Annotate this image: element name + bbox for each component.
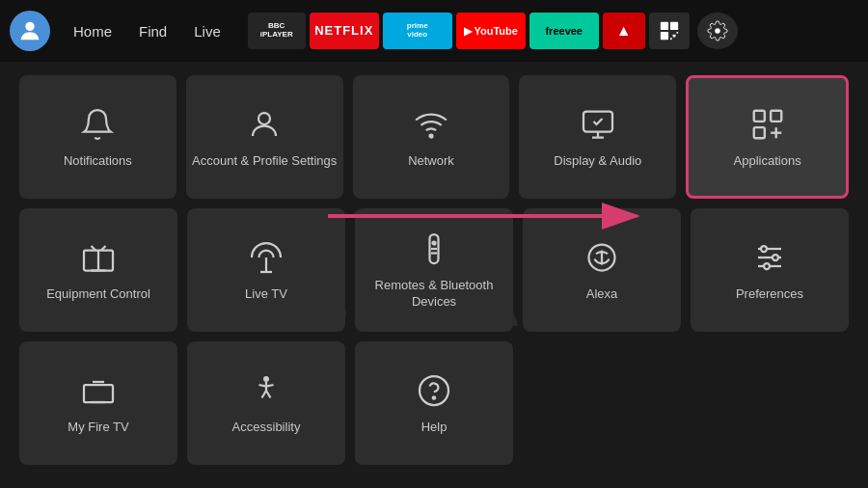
sliders-icon <box>750 238 789 277</box>
grid-item-empty2 <box>691 341 849 465</box>
grid-item-applications[interactable]: Applications <box>686 75 849 199</box>
grid-item-alexa[interactable]: Alexa <box>523 208 681 332</box>
grid-row-3: My Fire TV Accessibility <box>19 341 849 465</box>
grid-icon-btn[interactable] <box>649 13 690 49</box>
svg-rect-11 <box>771 110 781 121</box>
netflix-btn[interactable]: NETFLIX <box>310 13 379 49</box>
nav-find[interactable]: Find <box>125 15 180 47</box>
accessibility-label: Accessibility <box>227 420 307 436</box>
grid-row-2: Equipment Control Live TV <box>19 208 849 332</box>
grid-item-empty1 <box>523 341 681 465</box>
settings-btn[interactable] <box>697 13 738 49</box>
starz-btn[interactable]: ▲ <box>603 13 645 49</box>
antenna-icon <box>247 238 285 277</box>
svg-rect-6 <box>670 38 672 40</box>
youtube-btn[interactable]: ▶ YouTube <box>456 13 526 49</box>
svg-point-7 <box>258 113 270 124</box>
bell-icon <box>78 105 117 144</box>
tv-icon <box>79 238 118 277</box>
svg-point-36 <box>433 396 435 398</box>
svg-rect-4 <box>672 35 675 38</box>
freevee-btn[interactable]: freevee <box>529 13 599 49</box>
account-profile-label: Account & Profile Settings <box>186 153 342 170</box>
prime-video-btn[interactable]: primevideo <box>383 13 452 49</box>
grid-item-preferences[interactable]: Preferences <box>691 208 849 332</box>
svg-point-28 <box>761 246 767 252</box>
network-label: Network <box>402 153 460 170</box>
svg-rect-10 <box>753 110 764 121</box>
accessibility-icon <box>247 371 285 410</box>
person-icon <box>245 105 284 144</box>
wifi-icon <box>412 105 450 144</box>
nav-apps: BBCiPLAYER NETFLIX primevideo ▶ YouTube … <box>248 13 858 49</box>
svg-point-0 <box>25 22 34 31</box>
my-fire-tv-label: My Fire TV <box>62 420 134 436</box>
firetv-icon <box>79 371 118 410</box>
help-label: Help <box>416 420 453 436</box>
question-icon <box>415 371 453 410</box>
top-nav: Home Find Live BBCiPLAYER NETFLIX primev… <box>0 0 868 62</box>
grid-item-my-fire-tv[interactable]: My Fire TV <box>19 341 177 465</box>
equipment-control-label: Equipment Control <box>41 286 156 303</box>
nav-links: Home Find Live <box>60 15 234 47</box>
grid-item-display-audio[interactable]: Display & Audio <box>519 75 676 199</box>
grid-item-live-tv[interactable]: Live TV <box>187 208 345 332</box>
grid-item-accessibility[interactable]: Accessibility <box>187 341 345 465</box>
grid-item-remotes-bluetooth[interactable]: Remotes & Bluetooth Devices <box>355 208 513 332</box>
notifications-label: Notifications <box>58 153 138 170</box>
svg-point-35 <box>420 376 448 405</box>
grid-item-help[interactable]: Help <box>355 341 513 465</box>
svg-rect-5 <box>676 32 678 34</box>
grid-item-account-profile[interactable]: Account & Profile Settings <box>186 75 343 199</box>
svg-rect-2 <box>670 22 678 30</box>
applications-label: Applications <box>728 153 807 170</box>
svg-rect-12 <box>753 127 764 138</box>
monitor-icon <box>579 105 617 144</box>
nav-home[interactable]: Home <box>60 15 125 47</box>
svg-point-30 <box>764 263 770 269</box>
svg-rect-3 <box>661 32 668 40</box>
remotes-bluetooth-label: Remotes & Bluetooth Devices <box>355 278 513 311</box>
svg-rect-31 <box>84 385 113 402</box>
preferences-label: Preferences <box>730 286 809 303</box>
grid-item-equipment-control[interactable]: Equipment Control <box>19 208 177 332</box>
svg-point-29 <box>773 255 778 260</box>
svg-rect-1 <box>661 22 668 30</box>
alexa-label: Alexa <box>581 286 624 303</box>
grid-row-1: Notifications Account & Profile Settings <box>19 75 849 199</box>
live-tv-label: Live TV <box>239 286 293 303</box>
alexa-icon <box>583 238 621 277</box>
main-grid: Notifications Account & Profile Settings <box>0 62 868 478</box>
svg-point-21 <box>433 242 436 245</box>
grid-item-network[interactable]: Network <box>353 75 510 199</box>
avatar[interactable] <box>10 11 50 51</box>
remote-icon <box>415 230 453 268</box>
apps-icon <box>748 105 787 144</box>
svg-point-34 <box>263 376 269 382</box>
grid-item-notifications[interactable]: Notifications <box>19 75 176 199</box>
bbc-iplayer-btn[interactable]: BBCiPLAYER <box>248 13 306 49</box>
display-audio-label: Display & Audio <box>548 153 647 170</box>
svg-point-8 <box>429 134 432 137</box>
nav-live[interactable]: Live <box>180 15 234 47</box>
